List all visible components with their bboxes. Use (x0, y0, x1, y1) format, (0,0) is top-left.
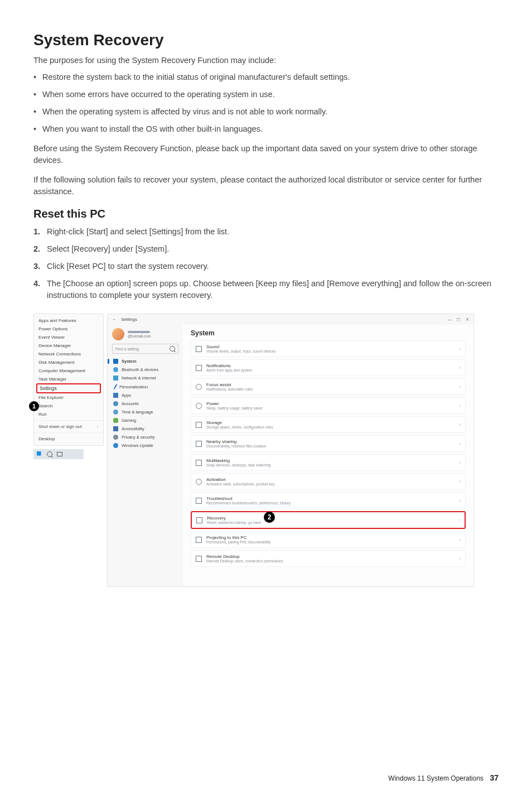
page-footer: Windows 11 System Operations 37 (388, 773, 499, 782)
chevron-right-icon: › (459, 403, 461, 408)
power-icon (196, 403, 202, 409)
back-button[interactable]: ← (112, 317, 117, 322)
chevron-right-icon: › (459, 537, 461, 542)
taskview-icon[interactable] (57, 452, 62, 456)
privacy-icon (113, 435, 118, 440)
menu-item-power-options[interactable]: Power Options (34, 325, 103, 333)
apps-icon (113, 393, 118, 398)
chevron-right-icon: › (459, 479, 461, 484)
menu-item-desktop[interactable]: Desktop (34, 435, 103, 443)
gaming-icon (113, 418, 118, 423)
menu-item-search[interactable]: Search (34, 402, 103, 410)
row-desc: Volume levels, output, input, sound devi… (206, 349, 276, 353)
step-item: Click [Reset PC] to start the system rec… (33, 261, 499, 272)
nav-personalization[interactable]: Personalization (112, 382, 178, 391)
chevron-right-icon: › (459, 460, 461, 465)
menu-item-device-manager[interactable]: Device Manager (34, 341, 103, 350)
accessibility-icon (113, 426, 118, 431)
nav-label: Accessibility (122, 426, 144, 431)
bell-icon (196, 365, 202, 371)
row-desc: Discoverability, received files location (206, 444, 266, 448)
panel-heading: System (191, 329, 466, 337)
menu-item-run[interactable]: Run (34, 410, 103, 418)
menu-item-network-connections[interactable]: Network Connections (34, 350, 103, 358)
purpose-bullets: Restore the system back to the initial s… (33, 71, 499, 135)
nav-apps[interactable]: Apps (112, 391, 178, 399)
chevron-right-icon: › (459, 498, 461, 503)
menu-item-file-explorer[interactable]: File Explorer (34, 393, 103, 402)
chevron-right-icon: › (459, 384, 461, 389)
row-title: Troubleshoot (206, 496, 291, 501)
window-close-button[interactable]: × (466, 316, 469, 323)
taskbar (33, 449, 84, 459)
intro-text: The purposes for using the System Recove… (33, 56, 499, 65)
chevron-right-icon: › (458, 517, 460, 523)
menu-item-disk-management[interactable]: Disk Management (34, 358, 103, 367)
bluetooth-icon (113, 367, 118, 372)
row-focus-assist[interactable]: Focus assistNotifications, automatic rul… (191, 378, 466, 395)
menu-item-settings-highlight[interactable]: Settings (36, 383, 101, 393)
menu-item-task-manager[interactable]: Task Manager (34, 375, 103, 383)
menu-item-apps-features[interactable]: Apps and Features (34, 316, 103, 325)
storage-icon (196, 422, 202, 428)
row-troubleshoot[interactable]: TroubleshootRecommended troubleshooters,… (191, 492, 466, 509)
recovery-icon (196, 517, 202, 523)
nav-system[interactable]: System (112, 357, 178, 365)
nav-time-language[interactable]: Time & language (112, 408, 178, 416)
screenshot-region: Apps and Features Power Options Event Vi… (33, 314, 474, 587)
row-storage[interactable]: StorageStorage space, drives, configurat… (191, 416, 466, 433)
row-notifications[interactable]: NotificationsAlerts from apps and system… (191, 359, 466, 376)
row-recovery-highlight[interactable]: RecoveryReset, advanced startup, go back… (191, 511, 466, 529)
menu-item-shutdown-signout[interactable]: Shut down or sign out (34, 422, 103, 431)
row-activation[interactable]: ActivationActivation state, subscription… (191, 473, 466, 490)
account-header[interactable]: @hotmail.com (112, 328, 178, 340)
moon-icon (196, 384, 202, 390)
remote-icon (196, 556, 202, 562)
row-desc: Activation state, subscriptions, product… (206, 482, 275, 486)
row-projecting[interactable]: Projecting to this PCPermissions, pairin… (191, 531, 466, 548)
row-remote-desktop[interactable]: Remote DesktopRemote Desktop users, conn… (191, 550, 466, 567)
backup-note: Before using the System Recovery Functio… (33, 143, 499, 166)
nav-bluetooth[interactable]: Bluetooth & devices (112, 365, 178, 374)
nav-gaming[interactable]: Gaming (112, 416, 178, 425)
nav-network[interactable]: Network & internet (112, 374, 178, 382)
row-title: Multitasking (206, 458, 271, 463)
start-icon[interactable] (37, 451, 42, 457)
start-context-menu: Apps and Features Power Options Event Vi… (33, 314, 104, 446)
nav-label: Bluetooth & devices (122, 367, 158, 372)
search-icon (170, 346, 175, 352)
menu-item-computer-management[interactable]: Computer Management (34, 367, 103, 375)
row-multitasking[interactable]: MultitaskingSnap windows, desktops, task… (191, 454, 466, 471)
reset-steps: Right-click [Start] and select [Settings… (33, 226, 499, 301)
window-minimize-button[interactable]: – (448, 316, 452, 323)
nav-label: Time & language (122, 410, 153, 415)
nav-windows-update[interactable]: Windows Update (112, 441, 178, 450)
contact-note: If the following solution fails to recov… (33, 174, 499, 198)
bullet-item: When the operating system is affected by… (33, 106, 499, 118)
settings-window: ← Settings – □ × @hotmail.com Find (107, 314, 474, 587)
row-desc: Recommended troubleshooters, preferences… (206, 501, 291, 505)
step-item: The [Choose an option] screen pops up. C… (33, 278, 499, 301)
menu-separator (34, 420, 103, 421)
nav-label: Personalization (119, 384, 148, 389)
taskbar-search-icon[interactable] (47, 451, 52, 457)
window-maximize-button[interactable]: □ (457, 316, 460, 323)
row-sound[interactable]: SoundVolume levels, output, input, sound… (191, 340, 466, 357)
troubleshoot-icon (196, 498, 202, 504)
nav-accounts[interactable]: Accounts (112, 399, 178, 408)
accounts-icon (113, 401, 118, 406)
find-setting-input[interactable]: Find a setting (112, 344, 178, 354)
row-title: Power (206, 401, 263, 406)
row-nearby-sharing[interactable]: Nearby sharingDiscoverability, received … (191, 435, 466, 452)
step-item: Right-click [Start] and select [Settings… (33, 226, 499, 238)
page-number: 37 (490, 773, 499, 782)
nav-accessibility[interactable]: Accessibility (112, 425, 178, 433)
account-name-placeholder (128, 331, 150, 333)
row-title: Sound (206, 344, 276, 349)
menu-item-event-viewer[interactable]: Event Viewer (34, 333, 103, 341)
update-icon (113, 443, 118, 448)
row-power[interactable]: PowerSleep, battery usage, battery saver… (191, 397, 466, 414)
nav-privacy[interactable]: Privacy & security (112, 433, 178, 441)
share-icon (196, 441, 202, 447)
activation-icon (196, 479, 202, 485)
